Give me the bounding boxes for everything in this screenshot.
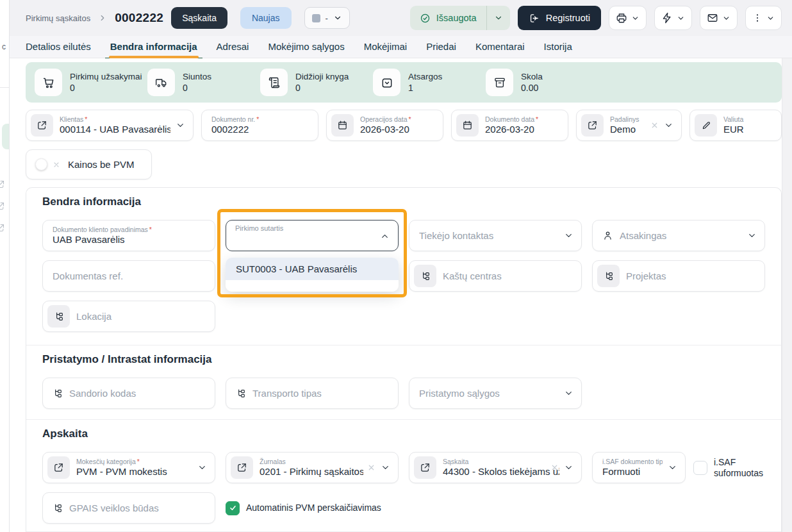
chevron-up-icon[interactable] [380, 231, 390, 241]
chevron-down-icon[interactable] [381, 463, 390, 472]
actions-button[interactable] [654, 6, 692, 30]
field-kastu-centras[interactable]: Kaštų centras [409, 260, 582, 292]
tab-priedai[interactable]: Priedai [426, 37, 456, 58]
external-link-icon[interactable] [47, 456, 70, 479]
field-isaf-dokumento-tipas[interactable]: i.SAF dokumento tipas Formuoti [592, 452, 686, 483]
tab-bendra-informacija[interactable]: Bendra informacija [110, 37, 197, 58]
field-label: i.SAF dokumento tipas [602, 458, 663, 465]
field-dokumentas-ref[interactable]: Dokumentas ref. [42, 260, 215, 292]
kainos-be-pvm-toggle[interactable]: Kainos be PVM [26, 149, 152, 179]
chevron-down-icon[interactable] [176, 121, 185, 130]
hierarchy-icon[interactable] [597, 265, 620, 287]
field-pristatymo-salygos[interactable]: Pristatymo sąlygos [409, 378, 582, 409]
register-button[interactable]: Registruoti [518, 6, 601, 30]
external-link-icon[interactable] [0, 223, 5, 233]
checkbox-checked[interactable] [226, 501, 240, 515]
external-link-icon[interactable] [581, 114, 604, 137]
summary-label: Didžioji knyga [295, 72, 349, 81]
hierarchy-icon[interactable] [414, 265, 436, 287]
calendar-icon[interactable] [331, 114, 354, 137]
tab-detalios-eilutes[interactable]: Detalios eilutės [26, 37, 91, 58]
external-link-icon[interactable] [31, 114, 53, 137]
field-gpais-veiklos-budas[interactable]: GPAIS veiklos būdas [42, 492, 215, 524]
field-saskaita[interactable]: Sąskaita 44300 - Skolos tiekėjams už [409, 452, 582, 483]
field-transporto-tipas[interactable]: Transporto tipas [226, 378, 399, 409]
clear-icon[interactable] [550, 463, 559, 472]
main-area: Pirkimų sąskaitos 0002222 Sąskaita Nauja… [10, 0, 792, 532]
field-operacijos-data[interactable]: Operacijos data* 2026-03-20 [326, 110, 443, 141]
checkbox-automatinis-pvm[interactable]: Automatinis PVM perskaičiavimas [226, 501, 381, 515]
field-placeholder: Tiekėjo kontaktas [419, 230, 559, 241]
external-link-icon[interactable] [414, 456, 436, 479]
chevron-down-icon[interactable] [564, 231, 573, 240]
summary-skola[interactable]: Skola 0.00 [486, 69, 598, 96]
field-label: Sąskaita [443, 458, 468, 465]
chevron-down-icon[interactable] [197, 463, 207, 472]
field-tiekejo-kontaktas[interactable]: Tiekėjo kontaktas [409, 220, 582, 251]
saved-status-button[interactable]: Išsaugota [410, 6, 510, 30]
document-number: 0002222 [115, 11, 163, 25]
dropdown-empty-row[interactable] [226, 280, 399, 292]
field-projektas[interactable]: Projektas [592, 260, 765, 292]
more-button[interactable] [745, 6, 782, 30]
saved-status-chevron[interactable] [486, 6, 510, 30]
tab-mokejimai[interactable]: Mokėjimai [364, 37, 408, 58]
pencil-icon[interactable] [695, 114, 717, 137]
sliver-active-item[interactable] [2, 124, 10, 149]
checkbox-isaf-suformuotas[interactable]: i.SAF suformuotas [693, 457, 765, 479]
field-placeholder: Pristatymo sąlygos [419, 388, 559, 399]
field-dokumento-nr[interactable]: Dokumento nr.* 0002222 [201, 110, 318, 141]
envelope-icon [707, 12, 718, 24]
summary-didzioji-knyga[interactable]: Didžioji knyga 0 [260, 69, 373, 96]
field-lokacija[interactable]: Lokacija [42, 301, 215, 332]
tab-adresai[interactable]: Adresai [217, 37, 249, 58]
chevron-down-icon[interactable] [747, 231, 757, 240]
field-padalinys[interactable]: Padalinys Demo [576, 110, 682, 141]
section-pristatymo-intrastat: Pristatymo / Intrastat informacija Sando… [42, 345, 765, 419]
combobox-pirkimo-sutartis[interactable]: Pirkimo sutartis [226, 220, 399, 251]
external-link-icon[interactable] [0, 179, 5, 189]
external-link-icon[interactable] [231, 456, 253, 479]
chevron-down-icon[interactable] [668, 463, 677, 472]
calendar-icon[interactable] [456, 114, 479, 137]
field-zurnalas[interactable]: Žurnalas 0201 - Pirkimų sąskaitos [226, 452, 399, 483]
scrollbar-track[interactable] [782, 58, 792, 532]
summary-value: 1 [408, 83, 442, 93]
color-swatch [312, 14, 320, 22]
field-placeholder: Atsakingas [620, 230, 742, 241]
chevron-down-icon[interactable] [564, 463, 573, 472]
email-button[interactable] [700, 6, 738, 30]
field-dokumento-data[interactable]: Dokumento data* 2026-03-20 [451, 110, 568, 141]
field-klientas[interactable]: Klientas* 000114 - UAB Pavasarėlis [26, 110, 194, 141]
toggle-knob[interactable] [35, 158, 47, 170]
chevron-down-icon[interactable] [664, 121, 673, 130]
tab-komentarai[interactable]: Komentarai [475, 37, 525, 58]
field-label: Dokumento data [485, 115, 534, 123]
summary-siuntos[interactable]: Siuntos 0 [147, 69, 260, 96]
color-select[interactable]: - [304, 7, 350, 29]
print-button[interactable] [609, 6, 647, 30]
clear-icon[interactable] [650, 121, 659, 129]
tab-mokejimo-salygos[interactable]: Mokėjimo sąlygos [268, 37, 344, 58]
section-title: Bendra informacija [42, 195, 765, 208]
breadcrumb[interactable]: Pirkimų sąskaitos [26, 13, 90, 23]
field-valiuta[interactable]: Valiuta EUR [689, 110, 782, 141]
checkbox-unchecked[interactable] [693, 461, 707, 475]
hierarchy-icon[interactable] [47, 305, 70, 328]
field-mokesciu-kategorija[interactable]: Mokesčių kategorija* PVM - PVM mokestis [42, 452, 215, 483]
tab-istorija[interactable]: Istorija [544, 37, 572, 58]
field-sandorio-kodas[interactable]: Sandorio kodas [42, 378, 215, 409]
status-new-button[interactable]: Naujas [240, 7, 292, 29]
summary-atsargos[interactable]: Atsargos 1 [373, 69, 486, 96]
field-atsakingas[interactable]: Atsakingas [592, 220, 765, 251]
dropdown-option-sut0003[interactable]: SUT0003 - UAB Pavasarėlis [226, 258, 399, 280]
chevron-down-icon[interactable] [564, 388, 573, 398]
clear-icon[interactable] [53, 161, 60, 169]
summary-pirkimu-uzsakymai[interactable]: Pirkimų užsakymai 0 [35, 69, 147, 96]
field-dokumento-kliento-pavadinimas[interactable]: Dokumento kliento pavadinimas* UAB Pavas… [42, 220, 215, 251]
summary-value: 0 [70, 83, 142, 93]
clear-icon[interactable] [367, 463, 375, 472]
document-type-badge: Sąskaita [171, 7, 227, 29]
external-link-icon[interactable] [0, 201, 5, 211]
summary-value: 0.00 [521, 83, 543, 93]
